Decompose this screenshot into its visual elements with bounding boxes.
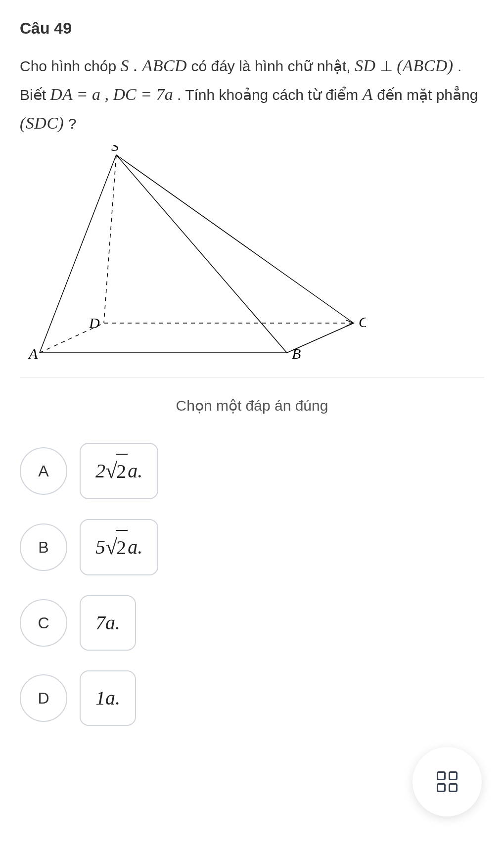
math-plane-SDC: (SDC) bbox=[20, 114, 64, 132]
option-letter: D bbox=[20, 674, 67, 722]
coef: 2 bbox=[95, 454, 105, 488]
sqrt-icon: √2 bbox=[105, 454, 128, 488]
tail: a. bbox=[128, 530, 142, 564]
perp-symbol: ⊥ bbox=[380, 58, 393, 74]
math-point-A: A bbox=[363, 85, 373, 103]
question-mark: ? bbox=[68, 115, 77, 132]
question-number: Câu 49 bbox=[20, 15, 484, 42]
math-conditions: DA = a , DC = 7a bbox=[50, 85, 173, 103]
option-answer: 2 √2 a. bbox=[80, 443, 158, 499]
math-pyramid: S . ABCD bbox=[120, 56, 187, 75]
tail: a. bbox=[105, 681, 120, 715]
option-answer: 1 a. bbox=[80, 670, 136, 726]
coef: 1 bbox=[95, 681, 105, 715]
math-perp-lhs: SD bbox=[355, 56, 376, 75]
label-S: S bbox=[111, 145, 119, 154]
divider bbox=[20, 378, 484, 378]
pyramid-diagram: S A B C D bbox=[20, 145, 484, 363]
label-A: A bbox=[28, 345, 38, 362]
option-C[interactable]: C 7 a. bbox=[20, 595, 484, 651]
tail: a. bbox=[105, 606, 120, 640]
text-fragment: Cho hình chóp bbox=[20, 58, 120, 74]
option-A[interactable]: A 2 √2 a. bbox=[20, 443, 484, 499]
option-D[interactable]: D 1 a. bbox=[20, 670, 484, 726]
text-fragment: có đáy là hình chữ nhật, bbox=[191, 58, 355, 74]
label-B: B bbox=[292, 345, 301, 362]
svg-line-7 bbox=[104, 155, 116, 323]
options-list: A 2 √2 a. B 5 √2 a. C 7 a. D 1 a. bbox=[20, 443, 484, 726]
tail: a. bbox=[128, 454, 142, 488]
svg-line-4 bbox=[116, 155, 354, 323]
text-fragment: đến mặt phẳng bbox=[377, 87, 478, 103]
label-D: D bbox=[89, 315, 100, 331]
option-letter: A bbox=[20, 447, 67, 495]
sqrt-icon: √2 bbox=[105, 530, 128, 565]
option-letter: C bbox=[20, 599, 67, 647]
option-answer: 5 √2 a. bbox=[80, 519, 158, 575]
text-fragment: . Tính khoảng cách từ điểm bbox=[177, 87, 363, 103]
coef: 7 bbox=[95, 606, 105, 640]
instruction-text: Chọn một đáp án đúng bbox=[20, 393, 484, 418]
option-answer: 7 a. bbox=[80, 595, 136, 651]
option-B[interactable]: B 5 √2 a. bbox=[20, 519, 484, 575]
question-text: Cho hình chóp S . ABCD có đáy là hình ch… bbox=[20, 51, 484, 137]
coef: 5 bbox=[95, 530, 105, 564]
math-perp-rhs: (ABCD) bbox=[397, 56, 453, 75]
label-C: C bbox=[359, 314, 366, 330]
option-letter: B bbox=[20, 523, 67, 571]
